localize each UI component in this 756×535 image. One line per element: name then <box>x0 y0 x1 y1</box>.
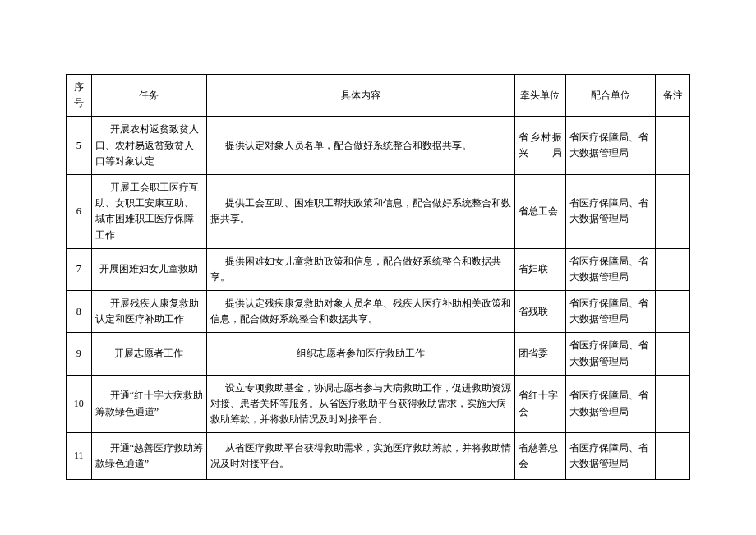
cell-task: 开展农村返贫致贫人口、农村易返贫致贫人口等对象认定 <box>91 117 206 175</box>
table-row: 11 开通“慈善医疗救助筹款绿色通道” 从省医疗救助平台获得救助需求，实施医疗救… <box>67 433 690 479</box>
header-content: 具体内容 <box>207 75 515 117</box>
header-lead: 牵头单位 <box>515 75 565 117</box>
cell-seq: 11 <box>67 433 92 479</box>
cell-remark <box>656 117 690 175</box>
header-coop: 配合单位 <box>565 75 656 117</box>
cell-seq: 7 <box>67 248 92 290</box>
cell-coop: 省医疗保障局、省大数据管理局 <box>565 433 656 479</box>
cell-task: 开展工会职工医疗互助、女职工安康互助、城市困难职工医疗保障工作 <box>91 174 206 248</box>
cell-seq: 6 <box>67 174 92 248</box>
cell-task: 开展志愿者工作 <box>91 333 206 375</box>
cell-content: 提供认定对象人员名单，配合做好系统整合和数据共享。 <box>207 117 515 175</box>
cell-task: 开展困难妇女儿童救助 <box>91 248 206 290</box>
cell-content: 提供工会互助、困难职工帮扶政策和信息，配合做好系统整合和数据共享。 <box>207 174 515 248</box>
cell-content: 从省医疗救助平台获得救助需求，实施医疗救助筹款，并将救助情况及时对接平台。 <box>207 433 515 479</box>
header-remark: 备注 <box>656 75 690 117</box>
table-row: 8 开展残疾人康复救助认定和医疗补助工作 提供认定残疾康复救助对象人员名单、残疾… <box>67 291 690 333</box>
cell-remark <box>656 248 690 290</box>
cell-lead: 省总工会 <box>515 174 565 248</box>
task-table: 序号 任务 具体内容 牵头单位 配合单位 备注 5 开展农村返贫致贫人口、农村易… <box>66 74 690 480</box>
cell-lead: 省乡村振兴局 <box>515 117 565 175</box>
table-header-row: 序号 任务 具体内容 牵头单位 配合单位 备注 <box>67 75 690 117</box>
header-seq: 序号 <box>67 75 92 117</box>
table-row: 9 开展志愿者工作 组织志愿者参加医疗救助工作 团省委 省医疗保障局、省大数据管… <box>67 333 690 375</box>
cell-content: 提供困难妇女儿童救助政策和信息，配合做好系统整合和数据共享。 <box>207 248 515 290</box>
cell-task: 开展残疾人康复救助认定和医疗补助工作 <box>91 291 206 333</box>
table-row: 10 开通“红十字大病救助筹款绿色通道” 设立专项救助基金，协调志愿者参与大病救… <box>67 375 690 433</box>
cell-remark <box>656 333 690 375</box>
cell-seq: 10 <box>67 375 92 433</box>
cell-lead: 省红十字会 <box>515 375 565 433</box>
cell-seq: 8 <box>67 291 92 333</box>
table-row: 7 开展困难妇女儿童救助 提供困难妇女儿童救助政策和信息，配合做好系统整合和数据… <box>67 248 690 290</box>
cell-content: 设立专项救助基金，协调志愿者参与大病救助工作，促进救助资源对接、患者关怀等服务。… <box>207 375 515 433</box>
cell-task: 开通“红十字大病救助筹款绿色通道” <box>91 375 206 433</box>
cell-seq: 5 <box>67 117 92 175</box>
cell-coop: 省医疗保障局、省大数据管理局 <box>565 291 656 333</box>
table-row: 5 开展农村返贫致贫人口、农村易返贫致贫人口等对象认定 提供认定对象人员名单，配… <box>67 117 690 175</box>
cell-coop: 省医疗保障局、省大数据管理局 <box>565 375 656 433</box>
cell-task: 开通“慈善医疗救助筹款绿色通道” <box>91 433 206 479</box>
cell-lead: 省妇联 <box>515 248 565 290</box>
cell-coop: 省医疗保障局、省大数据管理局 <box>565 117 656 175</box>
cell-seq: 9 <box>67 333 92 375</box>
cell-content: 组织志愿者参加医疗救助工作 <box>207 333 515 375</box>
cell-remark <box>656 291 690 333</box>
cell-content: 提供认定残疾康复救助对象人员名单、残疾人医疗补助相关政策和信息，配合做好系统整合… <box>207 291 515 333</box>
cell-remark <box>656 174 690 248</box>
cell-coop: 省医疗保障局、省大数据管理局 <box>565 333 656 375</box>
table-row: 6 开展工会职工医疗互助、女职工安康互助、城市困难职工医疗保障工作 提供工会互助… <box>67 174 690 248</box>
cell-coop: 省医疗保障局、省大数据管理局 <box>565 248 656 290</box>
cell-lead: 省慈善总会 <box>515 433 565 479</box>
header-task: 任务 <box>91 75 206 117</box>
cell-remark <box>656 433 690 479</box>
cell-lead: 省残联 <box>515 291 565 333</box>
cell-coop: 省医疗保障局、省大数据管理局 <box>565 174 656 248</box>
cell-lead: 团省委 <box>515 333 565 375</box>
cell-remark <box>656 375 690 433</box>
